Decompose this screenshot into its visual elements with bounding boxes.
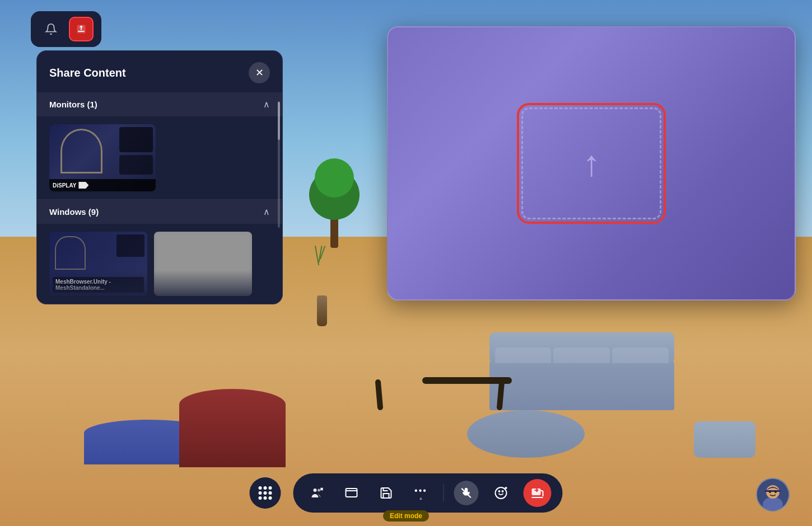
tree-1: [301, 147, 368, 248]
plant-stems: [309, 246, 331, 268]
save-icon: [380, 486, 393, 500]
monitors-chevron-icon: ∧: [263, 99, 270, 110]
emoji-icon: [494, 486, 508, 500]
people-icon: [310, 486, 324, 500]
scroll-indicator: [278, 101, 280, 228]
save-button[interactable]: [374, 481, 399, 505]
window-icon: [345, 486, 358, 500]
share-icon: [76, 24, 87, 35]
edit-mode-label: Edit mode: [390, 512, 422, 520]
share-panel-header: Share Content ✕: [37, 51, 282, 92]
window-thumbnail-2[interactable]: [154, 232, 252, 296]
round-ottoman: [467, 410, 585, 458]
window-thumbnails: MeshBrowser.Unity - MeshStandalone...: [49, 232, 270, 296]
edit-mode-badge: Edit mode: [383, 510, 429, 522]
red-cylinder: [179, 389, 286, 467]
svg-point-2: [314, 489, 317, 492]
close-share-panel-button[interactable]: ✕: [249, 62, 270, 83]
windows-section-content: MeshBrowser.Unity - MeshStandalone...: [37, 224, 282, 304]
notification-button[interactable]: [39, 17, 63, 41]
monitors-section-content: DiSPLAY: [37, 116, 282, 199]
user-avatar[interactable]: [756, 478, 790, 511]
window-1-label: MeshBrowser.Unity - MeshStandalone...: [53, 277, 144, 293]
svg-rect-6: [346, 489, 357, 497]
svg-point-13: [502, 491, 503, 492]
bottom-toolbar-container: ••• ▲: [250, 473, 563, 513]
top-toolbar: [31, 11, 101, 47]
vr-upload-zone[interactable]: ↑: [521, 107, 661, 219]
vase-decoration: [317, 295, 327, 326]
people-button[interactable]: [305, 481, 329, 505]
screen-share-icon: [531, 486, 544, 500]
apps-button[interactable]: [250, 477, 281, 509]
svg-rect-22: [765, 490, 781, 492]
monitors-section-header[interactable]: Monitors (1) ∧: [37, 92, 282, 116]
svg-point-24: [774, 491, 777, 493]
monitors-section-title: Monitors (1): [49, 100, 97, 109]
emoji-button[interactable]: [489, 481, 514, 505]
more-icon: •••: [414, 486, 427, 496]
svg-point-23: [769, 491, 771, 493]
monitor-thumbnail-1[interactable]: DiSPLAY: [49, 124, 156, 191]
svg-point-3: [318, 489, 320, 492]
svg-point-12: [499, 491, 500, 492]
share-panel-title: Share Content: [49, 67, 126, 79]
mute-icon: [460, 487, 473, 499]
bell-icon: [45, 23, 57, 35]
toolbar-divider: [444, 484, 444, 502]
windows-chevron-icon: ∧: [263, 206, 270, 217]
share-button[interactable]: [69, 17, 94, 41]
windows-section-title: Windows (9): [49, 207, 99, 217]
windows-section-header[interactable]: Windows (9) ∧: [37, 200, 282, 224]
sofa: [489, 357, 674, 410]
bottom-toolbar-center: ••• ▲: [293, 473, 563, 513]
mute-button[interactable]: [454, 481, 479, 505]
avatar-image: [758, 480, 788, 510]
vr-upload-arrow-icon: ↑: [582, 145, 600, 181]
more-chevron-icon: ▲: [419, 496, 423, 501]
svg-rect-1: [78, 31, 85, 32]
sofa-cushions: [489, 346, 674, 363]
window-button[interactable]: [339, 481, 364, 505]
more-button[interactable]: ••• ▲: [409, 481, 433, 505]
vr-display: ↑: [387, 26, 796, 300]
scroll-thumb: [278, 102, 280, 140]
share-panel: Share Content ✕ Monitors (1) ∧ DiSPLAY: [36, 50, 283, 304]
coffee-table-top: [422, 377, 512, 384]
monitor-label: DiSPLAY: [53, 182, 76, 189]
svg-point-11: [496, 487, 507, 499]
side-stool: [694, 421, 755, 458]
end-call-button[interactable]: [524, 479, 552, 507]
window-thumbnail-1[interactable]: MeshBrowser.Unity - MeshStandalone...: [49, 232, 147, 296]
close-icon: ✕: [255, 67, 264, 79]
windows-section: Windows (9) ∧ MeshBrowser.Unity - MeshSt…: [37, 199, 282, 304]
apps-grid-icon: [259, 486, 272, 500]
